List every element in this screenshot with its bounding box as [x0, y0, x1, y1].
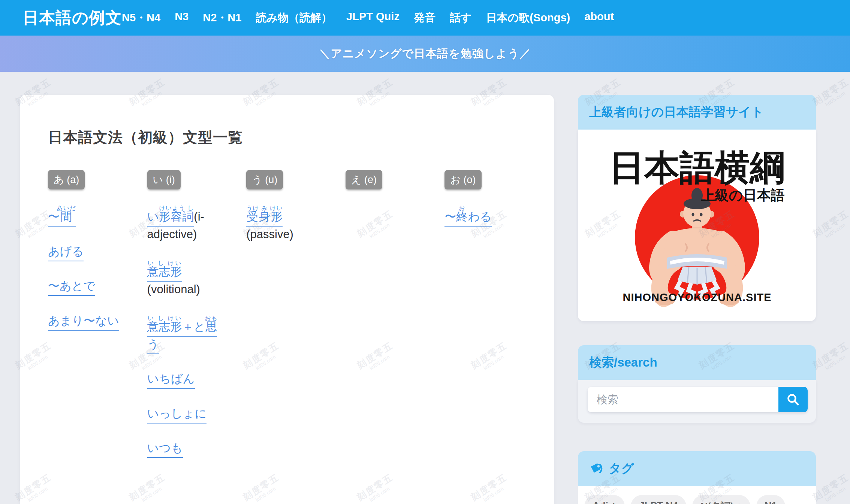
logo-site-text: NIHONGOYOKOZUNA.SITE	[623, 291, 771, 303]
main-nav: N5・N4N3N2・N1読み物（読解）JLPT Quiz発音話す日本の歌(Son…	[122, 10, 614, 25]
grammar-item: 意志形い し けい(volitional)	[147, 260, 229, 298]
grammar-column: う (u)受身形うけ み けい(passive)	[246, 170, 328, 474]
tag-pill[interactable]: JLPT N4	[631, 495, 686, 504]
tag-icon	[589, 462, 603, 476]
grammar-link[interactable]: いちばん	[147, 372, 195, 389]
logo-sub-text: 上級の日本語	[701, 188, 784, 203]
grammar-link-list: 受身形うけ み けい(passive)	[246, 205, 328, 243]
main-card: 日本語文法（初級）文型一覧 あ (a)〜間あいだあげる〜あとであまり〜ないい (…	[20, 95, 554, 504]
nav-item-4[interactable]: 読み物（読解）	[256, 10, 332, 25]
nav-item-5[interactable]: JLPT Quiz	[346, 10, 400, 25]
nav-item-3[interactable]: N2・N1	[203, 10, 241, 25]
column-header-badge: お (o)	[444, 170, 481, 189]
nav-list: N5・N4N3N2・N1読み物（読解）JLPT Quiz発音話す日本の歌(Son…	[122, 10, 614, 25]
grammar-link-list: 〜終おわる	[444, 205, 526, 226]
grammar-item-note: (passive)	[246, 228, 293, 241]
column-header-badge: え (e)	[346, 170, 382, 189]
nav-item-1[interactable]: N5・N4	[122, 10, 160, 25]
grammar-item: 〜あとで	[48, 277, 129, 295]
column-header-badge: う (u)	[246, 170, 283, 189]
promo-image-link[interactable]: 日本語横綱 上級の日本語 NIHONGOYOKOZUNA.SITE	[578, 130, 816, 321]
grammar-item: あげる	[48, 243, 129, 261]
tags-box-title: タグ	[578, 451, 816, 486]
nav-item-2[interactable]: N3	[175, 10, 189, 25]
grammar-link[interactable]: 意志形い し けい	[147, 265, 182, 282]
grammar-link-list: 〜間あいだあげる〜あとであまり〜ない	[48, 205, 129, 330]
search-button[interactable]	[778, 387, 808, 412]
grammar-link[interactable]: 〜間あいだ	[48, 210, 76, 227]
column-header-badge: い (i)	[147, 170, 181, 189]
tags-box-title-text: タグ	[609, 460, 634, 477]
nav-item-8[interactable]: 日本の歌(Songs)	[486, 10, 570, 25]
grammar-link[interactable]: 〜あとで	[48, 279, 95, 296]
search-box-title: 検索/search	[578, 345, 816, 380]
nav-item-6[interactable]: 発音	[414, 10, 435, 25]
sidebar-promo-title: 上級者向けの日本語学習サイト	[578, 95, 816, 130]
tag-pill[interactable]: Adj +	[584, 495, 625, 504]
search-box-body	[578, 380, 816, 423]
search-box-title-text: 検索/search	[589, 354, 657, 371]
nav-item-7[interactable]: 話す	[450, 10, 472, 25]
promo-banner-text: ＼アニメソングで日本語を勉強しよう／	[319, 46, 531, 61]
grammar-link[interactable]: あまり〜ない	[48, 314, 119, 331]
column-header-badge: あ (a)	[48, 170, 85, 189]
nav-item-9[interactable]: about	[584, 10, 614, 25]
sidebar-promo-title-text: 上級者向けの日本語学習サイト	[589, 104, 764, 121]
grammar-link[interactable]: 受身形うけ み けい	[246, 210, 283, 227]
content-area: 日本語文法（初級）文型一覧 あ (a)〜間あいだあげる〜あとであまり〜ないい (…	[0, 72, 850, 504]
grammar-link-list: い形容詞けいよう し(i-adjective)意志形い し けい(volitio…	[147, 205, 229, 457]
search-icon	[787, 393, 799, 406]
grammar-column: あ (a)〜間あいだあげる〜あとであまり〜ない	[48, 170, 129, 474]
page: 日本語の例文 N5・N4N3N2・N1読み物（読解）JLPT Quiz発音話す日…	[0, 0, 850, 504]
sidebar-search-box: 検索/search	[578, 345, 816, 423]
search-input[interactable]	[588, 387, 778, 412]
grammar-columns: あ (a)〜間あいだあげる〜あとであまり〜ないい (i)い形容詞けいよう し(i…	[48, 170, 526, 474]
grammar-link[interactable]: 〜終おわる	[444, 210, 491, 227]
sidebar-tags-box: タグ Adj +JLPT N4N(名詞) +N1N2N3	[578, 451, 816, 504]
sumo-logo-image: 日本語横綱 上級の日本語 NIHONGOYOKOZUNA.SITE	[603, 139, 791, 312]
top-nav: 日本語の例文 N5・N4N3N2・N1読み物（読解）JLPT Quiz発音話す日…	[0, 0, 850, 36]
tag-pill[interactable]: N1	[756, 495, 785, 504]
grammar-item: いちばん	[147, 370, 229, 388]
page-title: 日本語文法（初級）文型一覧	[48, 127, 526, 148]
grammar-column: い (i)い形容詞けいよう し(i-adjective)意志形い し けい(vo…	[147, 170, 229, 474]
grammar-item: 〜終おわる	[444, 205, 526, 226]
grammar-item: あまり〜ない	[48, 312, 129, 330]
grammar-item: いっしょに	[147, 405, 229, 423]
grammar-item: いつも	[147, 440, 229, 457]
grammar-link[interactable]: 意志形い し けい＋と思おもう	[147, 320, 217, 354]
grammar-item-note: (volitional)	[147, 283, 200, 296]
grammar-link[interactable]: あげる	[48, 245, 84, 261]
grammar-column: お (o)〜終おわる	[444, 170, 526, 474]
tag-pill[interactable]: N(名詞) +	[692, 495, 750, 504]
sidebar-promo-box: 上級者向けの日本語学習サイト	[578, 95, 816, 321]
grammar-link[interactable]: いつも	[147, 441, 183, 458]
grammar-item: 受身形うけ み けい(passive)	[246, 205, 328, 243]
grammar-link[interactable]: いっしょに	[147, 407, 207, 423]
logo-main-text: 日本語横綱	[609, 148, 785, 187]
grammar-link[interactable]: い形容詞けいよう し	[147, 210, 194, 227]
grammar-item: 〜間あいだ	[48, 205, 129, 226]
tag-list: Adj +JLPT N4N(名詞) +N1N2N3	[578, 486, 816, 504]
grammar-item: 意志形い し けい＋と思おもう	[147, 315, 229, 353]
site-title[interactable]: 日本語の例文	[22, 7, 122, 29]
grammar-column: え (e)	[346, 170, 427, 474]
search-form	[588, 387, 808, 412]
promo-banner[interactable]: ＼アニメソングで日本語を勉強しよう／	[0, 36, 850, 72]
grammar-item: い形容詞けいよう し(i-adjective)	[147, 205, 229, 243]
